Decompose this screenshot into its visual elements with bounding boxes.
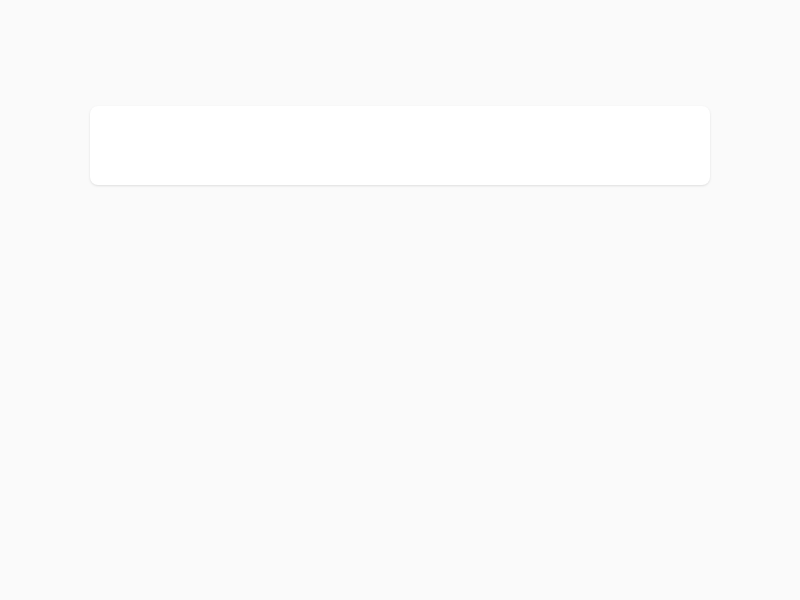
page-container [0,0,800,185]
empty-card [90,106,710,185]
